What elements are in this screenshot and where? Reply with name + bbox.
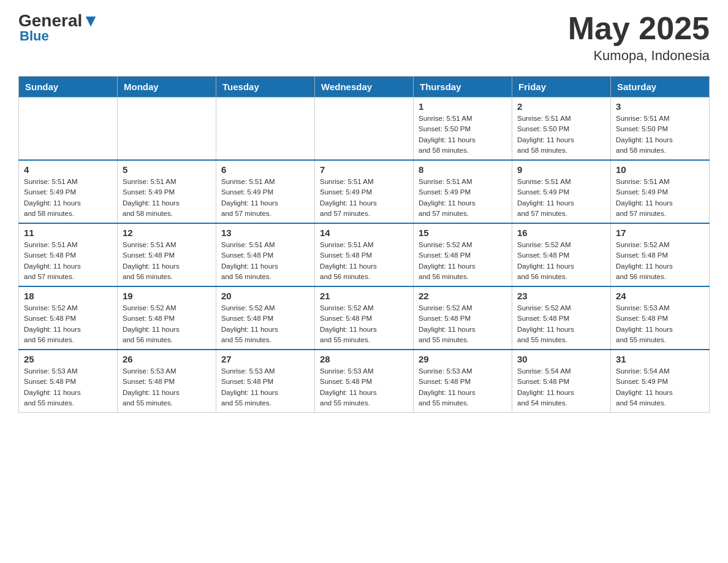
day-number: 22	[419, 291, 507, 301]
table-row: 22Sunrise: 5:52 AMSunset: 5:48 PMDayligh…	[414, 286, 512, 350]
table-row: 10Sunrise: 5:51 AMSunset: 5:49 PMDayligh…	[611, 160, 710, 223]
day-number: 19	[123, 291, 211, 301]
table-row: 21Sunrise: 5:52 AMSunset: 5:48 PMDayligh…	[315, 286, 414, 350]
col-wednesday: Wednesday	[315, 77, 414, 98]
day-info: Sunrise: 5:53 AMSunset: 5:48 PMDaylight:…	[24, 366, 112, 408]
day-number: 1	[419, 101, 507, 112]
day-info: Sunrise: 5:54 AMSunset: 5:48 PMDaylight:…	[517, 366, 605, 408]
day-info: Sunrise: 5:52 AMSunset: 5:48 PMDaylight:…	[616, 240, 704, 282]
table-row	[118, 98, 216, 161]
calendar-week-row: 18Sunrise: 5:52 AMSunset: 5:48 PMDayligh…	[19, 286, 710, 350]
day-info: Sunrise: 5:51 AMSunset: 5:49 PMDaylight:…	[517, 177, 605, 219]
day-number: 18	[24, 291, 112, 301]
logo-blue-text: Blue	[20, 28, 49, 44]
day-number: 26	[123, 354, 211, 364]
table-row: 4Sunrise: 5:51 AMSunset: 5:49 PMDaylight…	[19, 160, 118, 223]
day-info: Sunrise: 5:51 AMSunset: 5:48 PMDaylight:…	[320, 240, 408, 282]
day-number: 28	[320, 354, 408, 364]
table-row: 23Sunrise: 5:52 AMSunset: 5:48 PMDayligh…	[512, 286, 611, 350]
table-row: 27Sunrise: 5:53 AMSunset: 5:48 PMDayligh…	[216, 350, 315, 413]
day-number: 11	[24, 228, 112, 238]
table-row: 6Sunrise: 5:51 AMSunset: 5:49 PMDaylight…	[216, 160, 315, 223]
day-info: Sunrise: 5:52 AMSunset: 5:48 PMDaylight:…	[221, 303, 309, 345]
day-info: Sunrise: 5:51 AMSunset: 5:50 PMDaylight:…	[616, 113, 704, 156]
day-number: 23	[517, 291, 605, 301]
table-row: 26Sunrise: 5:53 AMSunset: 5:48 PMDayligh…	[118, 350, 216, 413]
calendar-title: May 2025	[568, 12, 710, 44]
day-info: Sunrise: 5:51 AMSunset: 5:50 PMDaylight:…	[517, 113, 605, 156]
table-row: 28Sunrise: 5:53 AMSunset: 5:48 PMDayligh…	[315, 350, 414, 413]
col-thursday: Thursday	[414, 77, 512, 98]
table-row: 2Sunrise: 5:51 AMSunset: 5:50 PMDaylight…	[512, 98, 611, 161]
col-saturday: Saturday	[611, 77, 710, 98]
table-row: 30Sunrise: 5:54 AMSunset: 5:48 PMDayligh…	[512, 350, 611, 413]
table-row: 25Sunrise: 5:53 AMSunset: 5:48 PMDayligh…	[19, 350, 118, 413]
table-row: 9Sunrise: 5:51 AMSunset: 5:49 PMDaylight…	[512, 160, 611, 223]
table-row: 8Sunrise: 5:51 AMSunset: 5:49 PMDaylight…	[414, 160, 512, 223]
table-row: 19Sunrise: 5:52 AMSunset: 5:48 PMDayligh…	[118, 286, 216, 350]
col-sunday: Sunday	[19, 77, 118, 98]
day-info: Sunrise: 5:52 AMSunset: 5:48 PMDaylight:…	[24, 303, 112, 345]
day-number: 27	[221, 354, 309, 364]
day-info: Sunrise: 5:52 AMSunset: 5:48 PMDaylight:…	[517, 303, 605, 345]
day-number: 5	[123, 164, 211, 175]
table-row: 11Sunrise: 5:51 AMSunset: 5:48 PMDayligh…	[19, 223, 118, 286]
calendar-header-row: Sunday Monday Tuesday Wednesday Thursday…	[19, 77, 710, 98]
day-info: Sunrise: 5:51 AMSunset: 5:48 PMDaylight:…	[24, 240, 112, 282]
table-row: 20Sunrise: 5:52 AMSunset: 5:48 PMDayligh…	[216, 286, 315, 350]
table-row	[19, 98, 118, 161]
day-info: Sunrise: 5:52 AMSunset: 5:48 PMDaylight:…	[320, 303, 408, 345]
calendar-week-row: 4Sunrise: 5:51 AMSunset: 5:49 PMDaylight…	[19, 160, 710, 223]
day-number: 30	[517, 354, 605, 364]
table-row	[315, 98, 414, 161]
day-info: Sunrise: 5:53 AMSunset: 5:48 PMDaylight:…	[123, 366, 211, 408]
day-info: Sunrise: 5:51 AMSunset: 5:48 PMDaylight:…	[123, 240, 211, 282]
day-info: Sunrise: 5:51 AMSunset: 5:49 PMDaylight:…	[320, 177, 408, 219]
table-row: 1Sunrise: 5:51 AMSunset: 5:50 PMDaylight…	[414, 98, 512, 161]
table-row: 17Sunrise: 5:52 AMSunset: 5:48 PMDayligh…	[611, 223, 710, 286]
table-row: 7Sunrise: 5:51 AMSunset: 5:49 PMDaylight…	[315, 160, 414, 223]
day-number: 15	[419, 228, 507, 238]
day-info: Sunrise: 5:52 AMSunset: 5:48 PMDaylight:…	[517, 240, 605, 282]
day-number: 16	[517, 228, 605, 238]
day-number: 20	[221, 291, 309, 301]
day-info: Sunrise: 5:52 AMSunset: 5:48 PMDaylight:…	[419, 303, 507, 345]
day-info: Sunrise: 5:53 AMSunset: 5:48 PMDaylight:…	[221, 366, 309, 408]
day-number: 3	[616, 101, 704, 112]
day-info: Sunrise: 5:52 AMSunset: 5:48 PMDaylight:…	[419, 240, 507, 282]
logo: General▼ Blue	[18, 12, 99, 44]
calendar-table: Sunday Monday Tuesday Wednesday Thursday…	[18, 76, 710, 413]
logo-triangle-icon: ▼	[82, 11, 99, 30]
day-info: Sunrise: 5:53 AMSunset: 5:48 PMDaylight:…	[616, 303, 704, 345]
title-block: May 2025 Kumopa, Indonesia	[568, 12, 710, 64]
day-info: Sunrise: 5:54 AMSunset: 5:49 PMDaylight:…	[616, 366, 704, 408]
day-number: 8	[419, 164, 507, 175]
day-info: Sunrise: 5:52 AMSunset: 5:48 PMDaylight:…	[123, 303, 211, 345]
day-info: Sunrise: 5:51 AMSunset: 5:49 PMDaylight:…	[221, 177, 309, 219]
calendar-subtitle: Kumopa, Indonesia	[568, 48, 710, 64]
day-number: 14	[320, 228, 408, 238]
day-number: 2	[517, 101, 605, 112]
day-number: 21	[320, 291, 408, 301]
calendar-week-row: 11Sunrise: 5:51 AMSunset: 5:48 PMDayligh…	[19, 223, 710, 286]
table-row: 15Sunrise: 5:52 AMSunset: 5:48 PMDayligh…	[414, 223, 512, 286]
table-row: 12Sunrise: 5:51 AMSunset: 5:48 PMDayligh…	[118, 223, 216, 286]
day-number: 7	[320, 164, 408, 175]
table-row	[216, 98, 315, 161]
col-monday: Monday	[118, 77, 216, 98]
table-row: 16Sunrise: 5:52 AMSunset: 5:48 PMDayligh…	[512, 223, 611, 286]
day-number: 10	[616, 164, 704, 175]
table-row: 31Sunrise: 5:54 AMSunset: 5:49 PMDayligh…	[611, 350, 710, 413]
day-info: Sunrise: 5:51 AMSunset: 5:48 PMDaylight:…	[221, 240, 309, 282]
day-number: 6	[221, 164, 309, 175]
table-row: 5Sunrise: 5:51 AMSunset: 5:49 PMDaylight…	[118, 160, 216, 223]
day-info: Sunrise: 5:51 AMSunset: 5:50 PMDaylight:…	[419, 113, 507, 156]
day-number: 24	[616, 291, 704, 301]
day-info: Sunrise: 5:51 AMSunset: 5:49 PMDaylight:…	[24, 177, 112, 219]
table-row: 14Sunrise: 5:51 AMSunset: 5:48 PMDayligh…	[315, 223, 414, 286]
calendar-week-row: 25Sunrise: 5:53 AMSunset: 5:48 PMDayligh…	[19, 350, 710, 413]
table-row: 13Sunrise: 5:51 AMSunset: 5:48 PMDayligh…	[216, 223, 315, 286]
day-number: 17	[616, 228, 704, 238]
day-number: 12	[123, 228, 211, 238]
table-row: 24Sunrise: 5:53 AMSunset: 5:48 PMDayligh…	[611, 286, 710, 350]
